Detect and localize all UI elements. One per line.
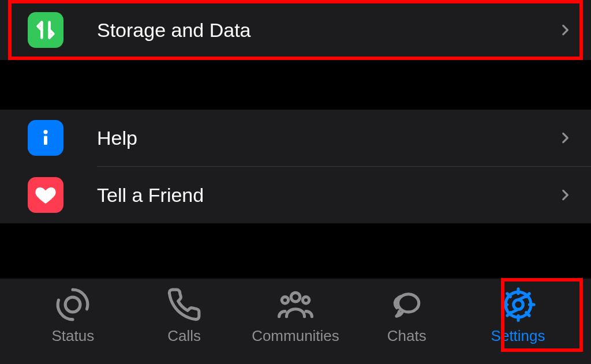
svg-point-4 [282,297,288,303]
chevron-right-icon [558,187,573,202]
chats-icon [389,287,425,322]
tab-chats[interactable]: Chats [358,287,456,345]
svg-rect-1 [44,136,47,145]
chevron-right-icon [558,130,573,145]
help-item[interactable]: Help [0,110,591,166]
highlight-settings [501,278,583,352]
tab-communities[interactable]: Communities [246,287,345,345]
svg-point-5 [302,297,309,303]
section-gap [0,60,591,110]
tab-communities-label: Communities [252,327,339,345]
settings-section-help: Help Tell a Friend [0,110,591,223]
status-icon [55,287,91,322]
svg-point-2 [65,297,80,312]
info-icon [28,120,63,156]
phone-icon [166,287,202,322]
tab-calls-label: Calls [167,327,201,345]
tab-status-label: Status [52,327,95,345]
heart-icon [28,177,63,213]
tell-a-friend-item[interactable]: Tell a Friend [0,167,591,223]
svg-point-0 [43,130,47,134]
communities-icon [278,287,313,322]
highlight-storage [8,0,583,60]
tab-calls[interactable]: Calls [135,287,233,345]
tab-chats-label: Chats [387,327,427,345]
tab-status[interactable]: Status [24,287,122,345]
tell-a-friend-label: Tell a Friend [97,184,558,207]
svg-point-3 [291,292,300,301]
help-label: Help [97,127,558,149]
